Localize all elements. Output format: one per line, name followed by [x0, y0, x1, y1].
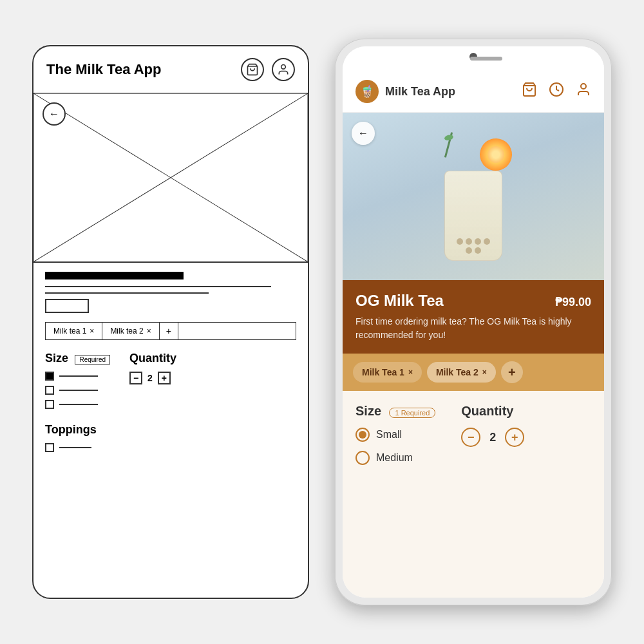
- history-icon[interactable]: [549, 82, 564, 101]
- real-product-info: OG Milk Tea ₱99.00 First time ordering m…: [343, 280, 604, 354]
- wf-tabs: Milk tea 1 × Milk tea 2 × +: [45, 322, 296, 340]
- wf-topping-1: [45, 443, 296, 452]
- real-phone-inner: 🧋 Milk Tea App: [343, 46, 604, 598]
- wf-radio-filled[interactable]: [45, 372, 54, 381]
- wf-image-area: ←: [33, 93, 308, 263]
- qty-plus-button[interactable]: +: [505, 428, 524, 447]
- account-icon[interactable]: [576, 82, 591, 101]
- wf-qty-minus[interactable]: −: [129, 372, 142, 384]
- wf-qty-plus[interactable]: +: [158, 372, 171, 384]
- qty-minus-button[interactable]: −: [461, 428, 480, 447]
- wf-tab-1[interactable]: Milk tea 1 ×: [46, 323, 102, 339]
- real-size-section: Size 1 Required Small Medium: [355, 404, 435, 474]
- wf-desc-line-2: [45, 292, 209, 294]
- real-app-name: Milk Tea App: [385, 85, 455, 99]
- user-icon[interactable]: [272, 58, 295, 81]
- wf-tab-add[interactable]: +: [160, 323, 178, 339]
- required-badge: 1 Required: [389, 408, 435, 418]
- radio-small[interactable]: [355, 428, 370, 442]
- wf-desc-line-1: [45, 286, 271, 287]
- wf-size-radio-3: [45, 400, 110, 409]
- cart-icon[interactable]: [522, 82, 537, 101]
- real-content: ← OG Milk Tea ₱99.00 First time ordering…: [343, 113, 604, 598]
- wf-size-section: Size Required: [45, 352, 110, 414]
- real-qty-control: − 2 +: [461, 428, 524, 447]
- svg-point-7: [581, 84, 586, 89]
- real-back-button[interactable]: ←: [352, 122, 375, 145]
- app-logo: 🧋: [355, 80, 379, 103]
- wf-size-radio-2: [45, 386, 110, 395]
- wf-qty-row: − 2 +: [129, 372, 176, 384]
- wf-header-icons: [241, 58, 295, 81]
- tab2-close[interactable]: ×: [482, 368, 487, 377]
- wf-toppings-section: Toppings: [45, 423, 296, 452]
- real-size-small: Small: [355, 428, 435, 442]
- real-quantity-section: Quantity − 2 +: [461, 404, 524, 474]
- tab1-label: Milk Tea 1: [362, 367, 404, 377]
- qty-value: 2: [489, 431, 496, 444]
- size-small-label: Small: [376, 429, 402, 440]
- wf-tab-2[interactable]: Milk tea 2 ×: [102, 323, 159, 339]
- wf-options-row: Size Required Quantity: [45, 352, 296, 414]
- real-phone: 🧋 Milk Tea App: [335, 39, 612, 605]
- wf-small-btn: [45, 299, 89, 313]
- real-tab-1[interactable]: Milk Tea 1 ×: [353, 362, 422, 383]
- wf-header: The Milk Tea App: [33, 46, 308, 93]
- tab2-label: Milk Tea 2: [436, 367, 478, 377]
- product-description: First time ordering milk tea? The OG Mil…: [355, 315, 591, 342]
- product-name: OG Milk Tea: [355, 292, 444, 310]
- real-header-icons: [522, 82, 591, 101]
- real-tabs-section: Milk Tea 1 × Milk Tea 2 × +: [343, 354, 604, 391]
- herb-garnish: [444, 132, 453, 157]
- tab1-close[interactable]: ×: [408, 368, 413, 377]
- quantity-label: Quantity: [461, 404, 524, 419]
- wf-radio-empty-2[interactable]: [45, 400, 54, 409]
- real-size-medium: Medium: [355, 451, 435, 465]
- wf-back-button[interactable]: ←: [43, 102, 66, 126]
- wireframe-phone: The Milk Tea App ←: [32, 45, 309, 599]
- size-label: Size: [355, 404, 381, 418]
- wf-quantity-section: Quantity − 2 +: [129, 352, 176, 414]
- orange-garnish: [475, 134, 516, 175]
- real-tabs: Milk Tea 1 × Milk Tea 2 × +: [353, 361, 594, 383]
- real-header-left: 🧋 Milk Tea App: [355, 80, 455, 103]
- wf-size-radio-1: [45, 372, 110, 381]
- real-options-row: Size 1 Required Small Medium: [355, 404, 591, 474]
- wf-content: Milk tea 1 × Milk tea 2 × + Size Require…: [33, 263, 308, 598]
- real-tab-add-button[interactable]: +: [501, 361, 523, 383]
- real-options-section: Size 1 Required Small Medium: [343, 391, 604, 500]
- basket-icon[interactable]: [241, 58, 264, 81]
- product-price: ₱99.00: [555, 295, 591, 309]
- product-image: ←: [343, 113, 604, 280]
- wf-product-name-bar: [45, 272, 184, 279]
- phone-speaker: [470, 57, 502, 61]
- wf-app-title: The Milk Tea App: [46, 61, 161, 78]
- real-product-header: OG Milk Tea ₱99.00: [355, 292, 591, 310]
- wf-checkbox-1[interactable]: [45, 443, 54, 452]
- drink-illustration: [428, 132, 518, 261]
- radio-medium[interactable]: [355, 451, 370, 465]
- wf-tab2-close[interactable]: ×: [147, 327, 151, 336]
- wf-radio-empty-1[interactable]: [45, 386, 54, 395]
- svg-point-1: [281, 65, 286, 70]
- drink-glass: [444, 171, 502, 261]
- wf-tab1-close[interactable]: ×: [90, 327, 94, 336]
- real-tab-2[interactable]: Milk Tea 2 ×: [427, 362, 496, 383]
- wf-qty-value: 2: [147, 373, 153, 383]
- size-medium-label: Medium: [376, 452, 413, 464]
- boba-bubbles: [454, 238, 493, 254]
